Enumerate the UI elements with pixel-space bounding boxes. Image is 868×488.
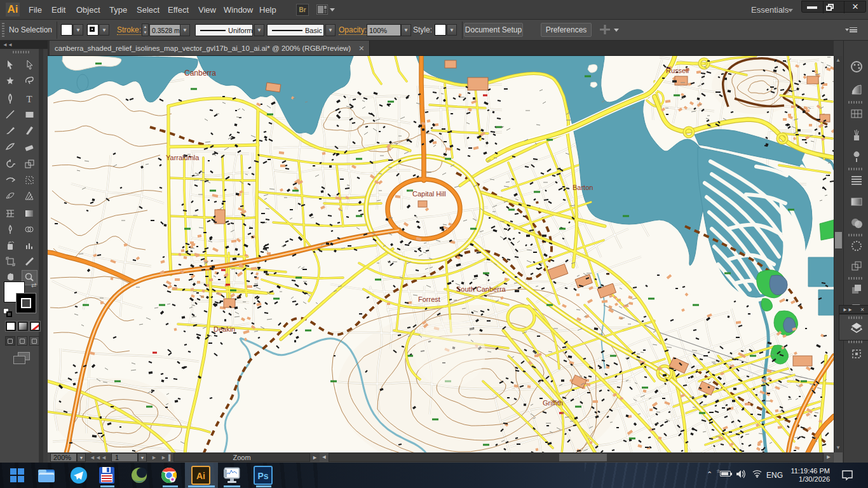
svg-text:Ai: Ai xyxy=(196,471,205,481)
svg-text:Russell: Russell xyxy=(666,67,689,74)
svg-text:Yarralumla: Yarralumla xyxy=(166,154,200,161)
svg-text:Griffith: Griffith xyxy=(543,399,563,407)
svg-text:Capital Hill: Capital Hill xyxy=(412,190,446,198)
svg-text:Forrest: Forrest xyxy=(418,295,440,303)
svg-text:Canberra: Canberra xyxy=(184,69,216,78)
svg-text:Ps: Ps xyxy=(257,471,268,481)
svg-text:South Canberra: South Canberra xyxy=(456,285,506,293)
svg-text:T: T xyxy=(26,94,32,104)
svg-text:Barton: Barton xyxy=(573,184,593,191)
svg-text:Deakin: Deakin xyxy=(214,325,235,333)
